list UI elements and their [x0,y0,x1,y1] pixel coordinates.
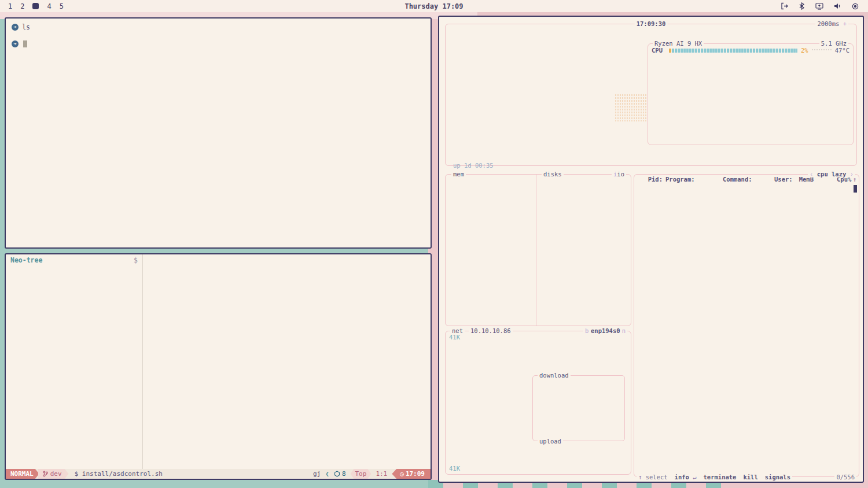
memory-box: mem disks iio [445,174,631,326]
workspace-1[interactable]: 1 [8,2,12,10]
update-interval[interactable]: 2000ms + [815,20,848,27]
statusline-filename: $ install/asdcontrol.sh [75,470,163,478]
btop-clock: 17:09:30 [635,20,668,27]
buffer-tabs [143,254,431,264]
network-box: net 10.10.10.86 b enp194s0 n 41K 41K dow… [445,331,631,475]
editor-panel[interactable] [143,254,431,469]
cpu-model: Ryzen AI 9 HX [653,40,704,47]
hexagon-icon [334,471,340,477]
proc-sort-selector[interactable]: ‹ cpu lazy › [808,171,855,178]
btop-window[interactable]: 17:09:30 2000ms + Ryzen AI 9 HX 5.1 GHz … [438,16,864,483]
net-box-title: net [450,327,465,334]
proc-signals-button[interactable]: signals [765,474,790,480]
system-tray [781,2,868,10]
record-icon[interactable] [852,3,859,10]
mem-box-title: mem [451,171,466,178]
git-branch-icon [43,471,48,477]
cpu-graph-decoration [615,94,647,121]
net-interface: enp194s0 [589,327,622,334]
neotree-title: Neo-tree [10,256,42,263]
screenshare-icon[interactable] [815,2,823,10]
proc-scrollbar-thumb[interactable] [854,185,857,193]
net-scale-bottom: 41K [449,465,460,472]
disks-io-toggle[interactable]: iio [612,171,626,178]
cpu-temperature: 47°C [835,47,849,54]
proc-terminate-button[interactable]: terminate [704,474,737,480]
topbar-clock: Thursday 17:09 [404,2,463,10]
terminal-cursor [23,40,27,47]
cpu-total-row: CPU 2% 47°C [652,47,849,54]
proc-header-command[interactable]: Command: [723,176,774,183]
workspace-2[interactable]: 2 [20,2,24,10]
process-box: ‹ cpu lazy › Pid: Program: Command: User… [634,174,859,477]
proc-footer: ↑ select info ↵ terminate kill signals [637,474,792,480]
net-ip-address: 10.10.10.86 [469,327,513,334]
net-next-iface[interactable]: n [620,327,627,334]
disks-box-title: disks [542,171,564,178]
net-stats-panel: download upload [532,375,625,441]
cpu-core-panel: Ryzen AI 9 HX 5.1 GHz CPU 2% 47°C [648,43,854,145]
shell-prompt: ➜ ls [12,23,425,31]
cpu-total-meter [669,49,797,53]
proc-header-user[interactable]: User: [774,176,793,183]
terminal-window[interactable]: ➜ ls ➜ [5,17,432,249]
top-bar: 1245 Thursday 17:09 [0,0,868,12]
workspace-4[interactable]: 4 [47,2,51,10]
statusline: NORMAL dev $ install/asdcontrol.sh gj ❮ … [6,469,431,479]
git-branch-badge: dev [38,469,69,479]
proc-kill-button[interactable]: kill [743,474,757,480]
neotree-panel: Neo-tree $ [6,254,143,469]
harpoon-indicator: 8 [334,470,346,478]
neotree-corner: $ [134,256,138,263]
net-scale-top: 41K [449,334,460,341]
cpu-box: 17:09:30 2000ms + Ryzen AI 9 HX 5.1 GHz … [445,24,857,166]
proc-header-pid[interactable]: Pid: [637,176,665,183]
volume-icon[interactable] [834,2,841,10]
scroll-position-badge: Top [351,469,372,479]
download-title: download [538,372,571,379]
nvim-window[interactable]: Neo-tree $ NORMAL dev $ install/asdcontr… [5,253,432,480]
code-area[interactable] [143,264,431,469]
mode-badge: NORMAL [6,469,39,479]
proc-header-program[interactable]: Program: [665,176,723,183]
chevron-left-icon: ❮ [325,470,329,478]
cpu-frequency: 5.1 GHz [819,40,848,47]
statusline-reg: gj [313,470,321,478]
cpu-total-percent: 2% [801,47,808,54]
uptime: up 1d 00:35 [453,162,494,169]
shell-prompt[interactable]: ➜ [12,40,425,48]
logout-icon[interactable] [781,2,788,10]
workspace-switcher: 1245 [0,2,127,10]
prompt-arrow-icon: ➜ [12,40,19,47]
cursor-position: 1:1 [376,470,387,478]
upload-title: upload [538,438,563,445]
clock-icon: ◷ [400,469,404,478]
bluetooth-icon[interactable] [799,2,805,10]
workspace-5[interactable]: 5 [60,2,64,10]
statusline-clock-badge: ◷17:09 [392,469,431,479]
shell-command: ls [22,23,30,31]
proc-info-button[interactable]: info ↵ [675,474,697,480]
prompt-arrow-icon: ➜ [12,24,19,31]
ls-header [12,33,425,40]
proc-count: 0/556 [834,474,856,480]
proc-select-hint: select [646,474,668,480]
workspace-active-indicator[interactable] [32,3,39,9]
